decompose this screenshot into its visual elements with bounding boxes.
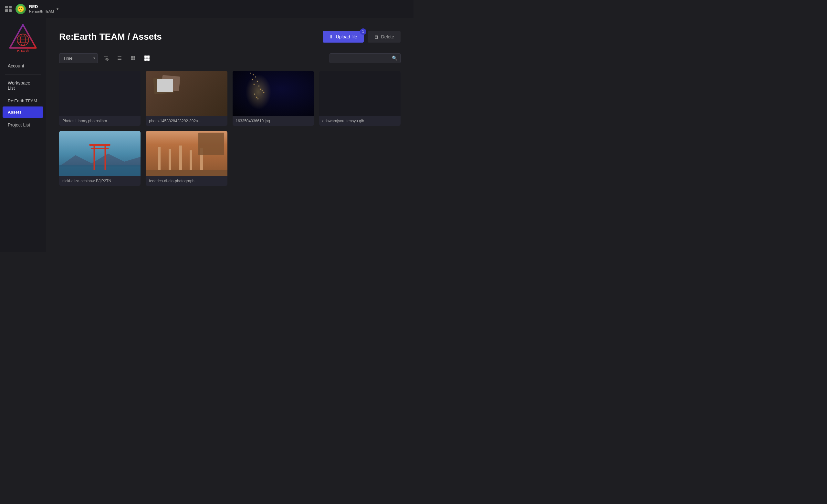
- page-header: Re:Earth TEAM / Assets ⬆ Upload file 1 🗑…: [59, 31, 401, 43]
- content-area: Re:Earth TEAM / Assets ⬆ Upload file 1 🗑…: [46, 18, 414, 252]
- asset-label: 1633504036610.jpg: [233, 116, 314, 126]
- asset-thumbnail: [146, 71, 227, 116]
- asset-label: Photos Library.photoslibra...: [59, 116, 141, 126]
- list-view-button[interactable]: [114, 53, 125, 63]
- svg-rect-10: [117, 58, 121, 58]
- asset-thumbnail: [59, 131, 141, 176]
- asset-card[interactable]: photo-1453828423292-392a...: [146, 71, 227, 126]
- delete-button[interactable]: 🗑 Delete: [368, 31, 401, 43]
- main-layout: R:Earth Account Workspace List Re:Earth …: [0, 18, 414, 252]
- svg-rect-15: [134, 58, 135, 60]
- svg-rect-12: [131, 56, 133, 58]
- sidebar-item-reearth-team[interactable]: Re:Earth TEAM: [3, 95, 43, 107]
- search-wrapper: 🔍: [330, 53, 401, 63]
- svg-rect-17: [147, 56, 150, 58]
- asset-card[interactable]: odawarajyou_tensyu.glb: [319, 71, 401, 126]
- grid-small-view-button[interactable]: [128, 53, 139, 63]
- sidebar: R:Earth Account Workspace List Re:Earth …: [0, 18, 46, 252]
- sidebar-logo: R:Earth: [7, 23, 39, 52]
- avatar: 🙂: [15, 4, 26, 14]
- svg-text:↑: ↑: [107, 58, 108, 60]
- asset-label: odawarajyou_tensyu.glb: [319, 116, 401, 126]
- asset-thumbnail-placeholder: [319, 71, 401, 116]
- topbar-info: RED Re:Earth TEAM: [29, 4, 54, 13]
- asset-label: nicki-eliza-schinow-BJjP2TN...: [59, 176, 141, 186]
- upload-label: Upload file: [336, 34, 357, 39]
- sidebar-item-project-list[interactable]: Project List: [3, 118, 43, 132]
- sort-direction-button[interactable]: ↑: [100, 53, 111, 63]
- team-name: Re:Earth TEAM: [29, 9, 54, 13]
- asset-thumbnail: [233, 71, 314, 116]
- asset-label: photo-1453828423292-392a...: [146, 116, 227, 126]
- sidebar-item-assets[interactable]: Assets: [3, 107, 43, 118]
- sidebar-nav: Account Workspace List Re:Earth TEAM Ass…: [0, 59, 46, 132]
- delete-label: Delete: [381, 34, 394, 39]
- search-input[interactable]: [330, 53, 401, 63]
- svg-rect-18: [144, 58, 147, 61]
- asset-card[interactable]: 1633504036610.jpg: [233, 71, 314, 126]
- trash-icon: 🗑: [374, 34, 379, 39]
- asset-card[interactable]: federico-di-dio-photograph...: [146, 131, 227, 186]
- svg-rect-16: [144, 56, 147, 58]
- sort-select[interactable]: Time Name Size: [59, 53, 98, 63]
- upload-button[interactable]: ⬆ Upload file 1: [323, 31, 363, 43]
- svg-rect-19: [147, 58, 150, 61]
- sort-select-wrapper: Time Name Size: [59, 53, 98, 63]
- asset-thumbnail-placeholder: [59, 71, 141, 116]
- upload-icon: ⬆: [329, 34, 333, 39]
- svg-marker-0: [10, 25, 36, 48]
- apps-icon[interactable]: [5, 6, 12, 12]
- toolbar: Time Name Size ↑: [59, 53, 401, 63]
- topbar-chevron-icon[interactable]: ▾: [56, 7, 58, 11]
- page-title: Re:Earth TEAM / Assets: [59, 32, 162, 42]
- grid-large-view-button[interactable]: [141, 53, 153, 63]
- asset-label: federico-di-dio-photograph...: [146, 176, 227, 186]
- svg-rect-9: [117, 56, 121, 57]
- search-icon: 🔍: [392, 56, 397, 61]
- asset-thumbnail: [146, 131, 227, 176]
- svg-text:R:Earth: R:Earth: [17, 49, 29, 52]
- topbar: 🙂 RED Re:Earth TEAM ▾: [0, 0, 414, 18]
- svg-rect-13: [134, 56, 135, 58]
- header-actions: ⬆ Upload file 1 🗑 Delete: [323, 31, 401, 43]
- app-name: RED: [29, 4, 54, 9]
- svg-rect-11: [117, 59, 121, 60]
- svg-rect-14: [131, 58, 133, 60]
- asset-grid: Photos Library.photoslibra... photo-1453…: [59, 71, 401, 186]
- asset-card[interactable]: nicki-eliza-schinow-BJjP2TN...: [59, 131, 141, 186]
- asset-card[interactable]: Photos Library.photoslibra...: [59, 71, 141, 126]
- sidebar-item-account[interactable]: Account: [3, 59, 43, 73]
- upload-badge: 1: [360, 29, 366, 35]
- sidebar-item-workspace-list[interactable]: Workspace List: [3, 76, 43, 95]
